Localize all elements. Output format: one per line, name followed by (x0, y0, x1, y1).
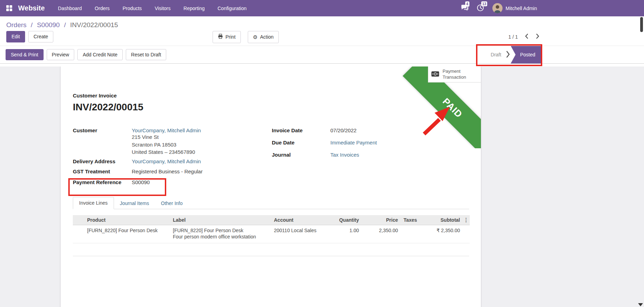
user-menu[interactable]: Mitchell Admin (492, 3, 537, 13)
delivery-address-label: Delivery Address (73, 158, 132, 164)
field-customer: Customer YourCompany, Mitchell Admin 215… (73, 127, 272, 156)
cell-kebab-spacer (463, 225, 470, 243)
menu-configuration[interactable]: Configuration (217, 6, 246, 11)
label-line-1: [FURN_8220] Four Person Desk (173, 228, 268, 233)
print-button[interactable]: Print (213, 31, 241, 43)
col-subtotal[interactable]: Subtotal (425, 215, 463, 225)
cell-label[interactable]: [FURN_8220] Four Person Desk Four person… (170, 225, 271, 243)
stage-posted[interactable]: Posted (511, 46, 542, 64)
pager-previous-button[interactable] (525, 33, 528, 40)
customer-link[interactable]: YourCompany, Mitchell Admin (132, 127, 201, 133)
send-print-button[interactable]: Send & Print (6, 49, 44, 61)
doc-type-label: Customer Invoice (73, 93, 469, 99)
breadcrumb-orders[interactable]: Orders (6, 21, 26, 29)
print-label: Print (225, 34, 236, 40)
col-account[interactable]: Account (271, 215, 323, 225)
invoice-line-row[interactable]: [FURN_8220] Four Person Desk [FURN_8220]… (73, 225, 470, 243)
payment-transaction-button[interactable]: Payment Transaction (428, 66, 481, 82)
breadcrumb: Orders / S00090 / INV/2022/00015 (0, 16, 644, 30)
edit-button[interactable]: Edit (6, 31, 25, 42)
pager-counter: 1 / 1 (508, 34, 518, 40)
app-name[interactable]: Website (18, 4, 45, 12)
delivery-address-link[interactable]: YourCompany, Mitchell Admin (132, 158, 201, 164)
apps-menu-button[interactable] (5, 3, 15, 13)
menu-visitors[interactable]: Visitors (155, 6, 171, 11)
menu-orders[interactable]: Orders (95, 6, 110, 11)
table-header-row: Product Label Account Quantity Price Tax… (73, 215, 470, 225)
notebook-tabs: Invoice Lines Journal Items Other Info (73, 197, 469, 209)
user-avatar (492, 3, 503, 13)
messages-badge: 4 (465, 1, 469, 7)
activities-badge: 13 (481, 1, 488, 7)
top-navbar: Website Dashboard Orders Products Visito… (0, 0, 644, 16)
journal-label: Journal (272, 152, 330, 159)
col-product[interactable]: Product (84, 215, 170, 225)
breadcrumb-sale-order[interactable]: S00090 (37, 21, 60, 29)
create-button[interactable]: Create (28, 31, 53, 42)
preview-button[interactable]: Preview (47, 49, 75, 61)
breadcrumb-separator: / (31, 21, 32, 29)
address-line-3: United States – 234567890 (132, 148, 201, 156)
gst-treatment-value: Registered Business - Regular (132, 168, 202, 174)
control-panel: Edit Create Print ⚙ Action 1 / 1 (0, 30, 644, 46)
scrollbar-down-arrow[interactable] (638, 303, 643, 306)
menu-reporting[interactable]: Reporting (184, 6, 205, 11)
drag-handle-cell (73, 225, 84, 243)
invoice-date-label: Invoice Date (272, 127, 330, 135)
gst-treatment-label: GST Treatment (73, 168, 132, 174)
col-price[interactable]: Price (362, 215, 401, 225)
cell-quantity[interactable]: 1.00 (323, 225, 362, 243)
breadcrumb-current: INV/2022/00015 (70, 21, 118, 29)
payment-reference-label: Payment Reference (73, 179, 132, 185)
printer-icon (218, 34, 223, 40)
statusbar-states: Draft Posted (487, 46, 542, 63)
money-icon (431, 71, 439, 78)
due-date-label: Due Date (272, 140, 330, 147)
cell-price[interactable]: 2,350.00 (362, 225, 401, 243)
scrollbar-thumb[interactable] (640, 17, 643, 32)
field-group: Customer YourCompany, Mitchell Admin 215… (73, 127, 469, 189)
address-line-2: Scranton PA 18503 (132, 141, 201, 149)
add-credit-note-button[interactable]: Add Credit Note (77, 49, 123, 61)
address-line-1: 215 Vine St (132, 133, 201, 141)
reset-to-draft-button[interactable]: Reset to Draft (126, 49, 166, 61)
invoice-date-value: 07/20/2022 (330, 127, 356, 135)
col-label[interactable]: Label (170, 215, 271, 225)
pager: 1 / 1 (508, 33, 539, 40)
invoice-lines-table: Product Label Account Quantity Price Tax… (73, 215, 470, 243)
col-quantity[interactable]: Quantity (323, 215, 362, 225)
cell-account[interactable]: 200110 Local Sales (271, 225, 323, 243)
gear-icon: ⚙ (253, 34, 258, 40)
optional-columns-button[interactable]: ⋮ (463, 215, 470, 225)
pager-next-button[interactable] (536, 33, 539, 40)
activities-button[interactable]: 13 (477, 4, 484, 13)
cell-subtotal[interactable]: ₹ 2,350.00 (425, 225, 463, 243)
col-taxes[interactable]: Taxes (401, 215, 425, 225)
customer-label: Customer (73, 127, 132, 156)
tab-other-info[interactable]: Other Info (155, 198, 189, 209)
due-date-link[interactable]: Immediate Payment (330, 140, 377, 147)
main-menu: Dashboard Orders Products Visitors Repor… (58, 6, 246, 11)
statusbar: Send & Print Preview Add Credit Note Res… (0, 46, 644, 64)
drag-handle-column (73, 215, 84, 225)
invoice-sheet: Payment Transaction PAID Customer Invoic… (60, 66, 481, 307)
cell-product[interactable]: [FURN_8220] Four Person Desk (84, 225, 170, 243)
cell-taxes[interactable] (401, 225, 425, 243)
section-divider (73, 243, 469, 256)
field-due-date: Due Date Immediate Payment (272, 140, 469, 147)
systray: 4 13 Mitchell Admin (461, 3, 537, 13)
journal-link[interactable]: Tax Invoices (330, 152, 359, 159)
field-gst-treatment: GST Treatment Registered Business - Regu… (73, 168, 272, 174)
stage-draft[interactable]: Draft (487, 52, 505, 57)
payment-transaction-label: Payment Transaction (443, 69, 478, 80)
tab-invoice-lines[interactable]: Invoice Lines (73, 197, 114, 209)
content-area: Payment Transaction PAID Customer Invoic… (0, 66, 644, 307)
field-invoice-date: Invoice Date 07/20/2022 (272, 127, 469, 135)
tab-journal-items[interactable]: Journal Items (114, 198, 155, 209)
menu-products[interactable]: Products (123, 6, 142, 11)
action-button[interactable]: ⚙ Action (248, 31, 279, 43)
messages-button[interactable]: 4 (461, 4, 468, 12)
menu-dashboard[interactable]: Dashboard (58, 6, 82, 11)
field-journal: Journal Tax Invoices (272, 152, 469, 159)
apps-grid-icon (6, 5, 13, 13)
